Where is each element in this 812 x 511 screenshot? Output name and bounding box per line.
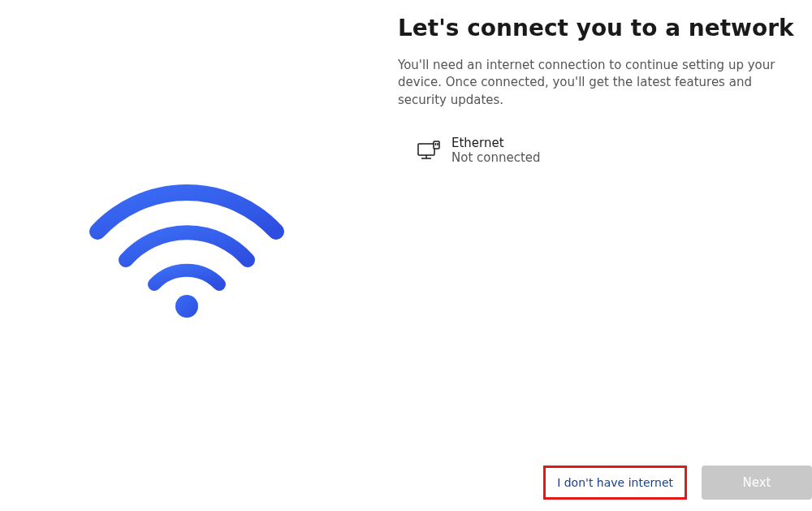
network-name: Ethernet	[451, 136, 541, 150]
footer-actions: I don't have internet Next	[543, 466, 812, 500]
illustration-pane	[0, 0, 374, 511]
ethernet-icon	[417, 141, 440, 160]
content-pane: Let's connect you to a network You'll ne…	[398, 15, 796, 168]
network-item-ethernet[interactable]: Ethernet Not connected	[398, 132, 796, 168]
network-status: Not connected	[451, 150, 541, 165]
page-title: Let's connect you to a network	[398, 15, 796, 42]
no-internet-button[interactable]: I don't have internet	[543, 466, 687, 500]
page-subtitle: You'll need an internet connection to co…	[398, 57, 780, 110]
svg-rect-4	[434, 141, 439, 149]
next-button[interactable]: Next	[702, 466, 812, 500]
wifi-icon	[81, 175, 292, 321]
svg-rect-1	[418, 144, 434, 155]
svg-point-0	[175, 295, 198, 318]
